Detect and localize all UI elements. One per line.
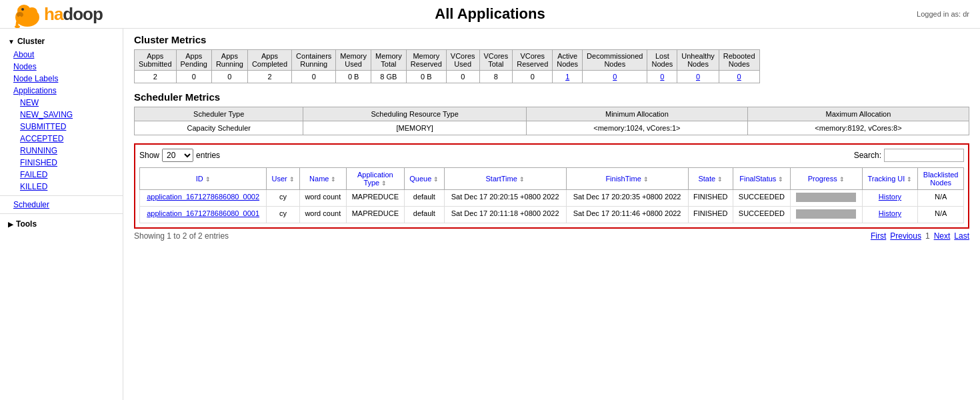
pagination-page: 1 (925, 231, 930, 241)
val-unhealthy-nodes: 0 (677, 71, 719, 83)
sidebar-item-nodes[interactable]: Nodes (0, 61, 123, 73)
entries-select[interactable]: 10 20 25 50 100 (162, 149, 193, 162)
show-label: Show (139, 151, 159, 160)
th-state[interactable]: State ⇕ (688, 168, 733, 190)
th-app-type[interactable]: ApplicationType ⇕ (346, 168, 404, 190)
pagination-first[interactable]: First (871, 231, 886, 241)
cell-state-1: FINISHED (688, 207, 733, 223)
active-nodes-link[interactable]: 1 (565, 73, 569, 81)
progress-bar-container-0 (796, 193, 856, 202)
sidebar-tools-section: ▶ Tools (0, 217, 123, 231)
val-active-nodes: 1 (553, 71, 583, 83)
sidebar-item-submitted[interactable]: SUBMITTED (0, 121, 123, 133)
sidebar-item-failed[interactable]: FAILED (0, 169, 123, 181)
sidebar-item-killed[interactable]: KILLED (0, 181, 123, 193)
app-id-link-1[interactable]: application_1671278686080_0001 (147, 209, 259, 217)
table-row: application_1671278686080_0001 cy word c… (140, 207, 964, 223)
val-memory-total: 8 GB (371, 71, 407, 83)
val-lost-nodes: 0 (647, 71, 677, 83)
logo-area: hadoop (11, 0, 103, 31)
col-lost-nodes: LostNodes (647, 50, 677, 71)
th-start-time[interactable]: StartTime ⇕ (444, 168, 566, 190)
sched-col-type: Scheduler Type (135, 107, 303, 121)
col-containers-running: ContainersRunning (292, 50, 336, 71)
cell-progress-0 (790, 190, 862, 207)
sidebar-item-new[interactable]: NEW (0, 97, 123, 109)
cell-finish-time-0: Sat Dec 17 20:20:35 +0800 2022 (566, 190, 688, 207)
progress-bar-container-1 (796, 209, 856, 219)
val-apps-running: 0 (211, 71, 247, 83)
col-vcores-reserved: VCoresReserved (513, 50, 553, 71)
sidebar-item-accepted[interactable]: ACCEPTED (0, 133, 123, 145)
show-entries-left: Show 10 20 25 50 100 entries (139, 149, 220, 162)
val-vcores-reserved: 0 (513, 71, 553, 83)
th-final-status[interactable]: FinalStatus ⇕ (733, 168, 790, 190)
cluster-metrics-row: 2 0 0 2 0 0 B 8 GB 0 B 0 8 0 1 0 0 0 0 (135, 71, 760, 83)
pagination-last[interactable]: Last (954, 231, 969, 241)
cell-blacklisted-1: N/A (918, 207, 964, 223)
sidebar-item-new-saving[interactable]: NEW_SAVING (0, 109, 123, 121)
app-id-link-0[interactable]: application_1671278686080_0002 (147, 193, 259, 201)
unhealthy-nodes-link[interactable]: 0 (696, 73, 700, 81)
apps-area: Show 10 20 25 50 100 entries Search: (134, 143, 969, 229)
cluster-metrics-title: Cluster Metrics (134, 34, 969, 45)
search-input[interactable] (884, 149, 964, 162)
val-apps-submitted: 2 (135, 71, 177, 83)
sidebar-item-running[interactable]: RUNNING (0, 145, 123, 157)
cell-final-status-1: SUCCEEDED (733, 207, 790, 223)
cell-user-1: cy (267, 207, 299, 223)
login-info: Logged in as: dr (917, 10, 969, 18)
th-queue[interactable]: Queue ⇕ (404, 168, 444, 190)
cell-progress-1 (790, 207, 862, 223)
col-rebooted-nodes: RebootedNodes (719, 50, 759, 71)
decommissioned-link[interactable]: 0 (613, 73, 617, 81)
tracking-ui-link-0[interactable]: History (879, 193, 901, 201)
cell-name-1: word count (299, 207, 346, 223)
rebooted-nodes-link[interactable]: 0 (737, 73, 741, 81)
sort-icon-start-time: ⇕ (519, 176, 525, 183)
pagination-previous[interactable]: Previous (890, 231, 921, 241)
scheduler-metrics-row: Capacity Scheduler [MEMORY] <memory:1024… (135, 121, 969, 135)
sidebar-item-scheduler[interactable]: Scheduler (0, 199, 123, 211)
cell-queue-1: default (404, 207, 444, 223)
sidebar-tools-label: Tools (16, 219, 37, 229)
cell-final-status-0: SUCCEEDED (733, 190, 790, 207)
table-row: application_1671278686080_0002 cy word c… (140, 190, 964, 207)
progress-bar-fill-0 (797, 193, 855, 201)
sidebar-item-applications[interactable]: Applications (0, 85, 123, 97)
applications-table: ID ⇕ User ⇕ Name ⇕ ApplicationType ⇕ Que… (139, 167, 964, 223)
sort-icon-final-status: ⇕ (778, 176, 783, 183)
cell-blacklisted-0: N/A (918, 190, 964, 207)
sidebar-item-node-labels[interactable]: Node Labels (0, 73, 123, 85)
sidebar-divider-2 (0, 213, 123, 214)
th-tracking-ui[interactable]: Tracking UI ⇕ (862, 168, 918, 190)
sidebar-cluster-toggle[interactable]: ▼ Cluster (0, 34, 123, 49)
pagination-next[interactable]: Next (934, 231, 951, 241)
th-progress[interactable]: Progress ⇕ (790, 168, 862, 190)
cell-start-time-1: Sat Dec 17 20:11:18 +0800 2022 (444, 207, 566, 223)
svg-point-4 (21, 8, 24, 11)
sort-icon-state: ⇕ (717, 176, 723, 183)
cell-finish-time-1: Sat Dec 17 20:11:46 +0800 2022 (566, 207, 688, 223)
sidebar-item-finished[interactable]: FINISHED (0, 157, 123, 169)
val-apps-pending: 0 (176, 71, 211, 83)
sched-val-max-alloc: <memory:8192, vCores:8> (747, 121, 969, 135)
main-content: Cluster Metrics AppsSubmitted AppsPendin… (123, 29, 980, 400)
col-apps-running: AppsRunning (211, 50, 247, 71)
sidebar-item-about[interactable]: About (0, 49, 123, 61)
th-name[interactable]: Name ⇕ (299, 168, 346, 190)
th-user[interactable]: User ⇕ (267, 168, 299, 190)
show-entries-bar: Show 10 20 25 50 100 entries Search: (139, 149, 964, 162)
th-finish-time[interactable]: FinishTime ⇕ (566, 168, 688, 190)
th-id[interactable]: ID ⇕ (140, 168, 267, 190)
lost-nodes-link[interactable]: 0 (660, 73, 664, 81)
entries-label: entries (196, 151, 220, 160)
sidebar-tools-toggle[interactable]: ▶ Tools (0, 217, 123, 231)
cell-tracking-ui-1: History (862, 207, 918, 223)
th-blacklisted-nodes[interactable]: BlacklistedNodes (918, 168, 964, 190)
sidebar: ▼ Cluster About Nodes Node Labels Applic… (0, 29, 123, 400)
tracking-ui-link-1[interactable]: History (879, 209, 901, 217)
col-vcores-total: VCoresTotal (479, 50, 513, 71)
cluster-metrics-table: AppsSubmitted AppsPending AppsRunning Ap… (134, 49, 760, 83)
cell-name-0: word count (299, 190, 346, 207)
